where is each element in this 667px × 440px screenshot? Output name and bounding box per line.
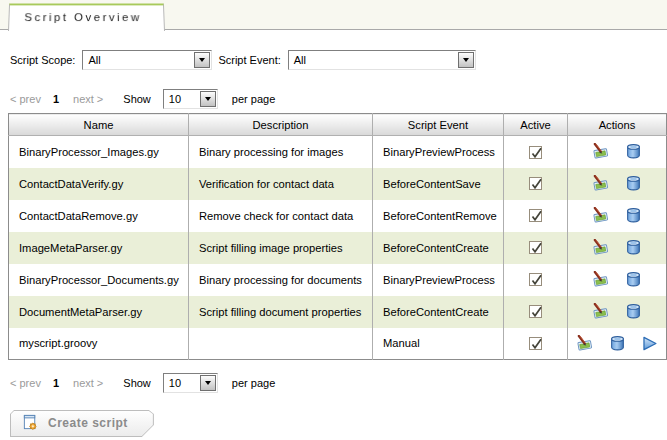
script-event-cell: Manual [373, 328, 504, 360]
script-event-label: Script Event: [218, 54, 280, 66]
script-actions-cell [568, 328, 667, 360]
script-active-cell [504, 328, 568, 360]
script-table-body: BinaryProcessor_Images.gy Binary process… [9, 136, 667, 360]
script-active-cell [504, 168, 568, 200]
create-script-button[interactable]: Create script [10, 410, 154, 437]
active-checkbox[interactable] [529, 305, 542, 318]
page-size-select[interactable]: 10 [163, 89, 218, 109]
table-header-row: Name Description Script Event Active Act… [9, 114, 667, 136]
delete-icon[interactable] [625, 239, 642, 256]
script-scope-value: All [84, 54, 194, 66]
script-event-cell: BeforeContentCreate [373, 296, 504, 328]
tab-label: Script Overview [24, 11, 142, 23]
column-header-description: Description [189, 114, 373, 136]
script-active-cell [504, 296, 568, 328]
per-page-label: per page [232, 93, 275, 105]
edit-icon[interactable] [592, 239, 609, 256]
chevron-down-icon [458, 52, 474, 68]
script-actions-cell [568, 232, 667, 264]
script-name-cell: ContactDataVerify.gy [9, 168, 189, 200]
script-active-cell [504, 200, 568, 232]
script-description-cell: Binary processing for documents [189, 264, 373, 296]
filter-bar: Script Scope: All Script Event: All [10, 49, 476, 70]
script-scope-label: Script Scope: [10, 54, 75, 66]
active-checkbox[interactable] [529, 146, 542, 159]
table-row: myscript.groovy Manual [9, 328, 667, 360]
delete-icon[interactable] [625, 207, 642, 224]
script-event-value: All [290, 54, 458, 66]
script-name-cell: BinaryProcessor_Documents.gy [9, 264, 189, 296]
pagination-bottom: < prev 1 next > Show 10 per page [10, 372, 275, 393]
delete-icon[interactable] [625, 271, 642, 288]
script-event-cell: BeforeContentRemove [373, 200, 504, 232]
script-event-cell: BinaryPreviewProcess [373, 136, 504, 168]
script-actions-cell [568, 264, 667, 296]
active-checkbox[interactable] [529, 177, 542, 190]
table-row: ImageMetaParser.gy Script filling image … [9, 232, 667, 264]
table-row: BinaryProcessor_Documents.gy Binary proc… [9, 264, 667, 296]
table-row: BinaryProcessor_Images.gy Binary process… [9, 136, 667, 168]
chevron-down-icon [200, 91, 216, 107]
script-actions-cell [568, 168, 667, 200]
prev-page-link[interactable]: < prev [10, 93, 41, 105]
script-description-cell: Binary processing for images [189, 136, 373, 168]
edit-icon[interactable] [592, 143, 609, 160]
create-script-label: Create script [48, 416, 128, 430]
page-size-value: 10 [165, 93, 200, 105]
tab-script-overview[interactable]: Script Overview [8, 3, 165, 31]
edit-icon[interactable] [576, 335, 593, 352]
tab-bar: Script Overview [0, 0, 667, 30]
script-table: Name Description Script Event Active Act… [8, 113, 667, 360]
script-name-cell: ImageMetaParser.gy [9, 232, 189, 264]
script-name-cell: BinaryProcessor_Images.gy [9, 136, 189, 168]
script-name-cell: DocumentMetaParser.gy [9, 296, 189, 328]
pagination-top: < prev 1 next > Show 10 per page [10, 88, 275, 109]
active-checkbox[interactable] [529, 241, 542, 254]
delete-icon[interactable] [625, 175, 642, 192]
chevron-down-icon [200, 375, 216, 391]
active-checkbox[interactable] [529, 337, 542, 350]
table-row: ContactDataRemove.gy Remove check for co… [9, 200, 667, 232]
page-size-select[interactable]: 10 [163, 373, 218, 393]
script-event-cell: BeforeContentSave [373, 168, 504, 200]
delete-icon[interactable] [609, 335, 626, 352]
script-description-cell: Remove check for contact data [189, 200, 373, 232]
next-page-link[interactable]: next > [73, 377, 103, 389]
script-active-cell [504, 232, 568, 264]
delete-icon[interactable] [625, 143, 642, 160]
run-icon[interactable] [641, 335, 658, 352]
script-event-cell: BinaryPreviewProcess [373, 264, 504, 296]
active-checkbox[interactable] [529, 273, 542, 286]
script-active-cell [504, 264, 568, 296]
script-actions-cell [568, 136, 667, 168]
column-header-name: Name [9, 114, 189, 136]
column-header-actions: Actions [568, 114, 667, 136]
edit-icon[interactable] [592, 207, 609, 224]
script-description-cell [189, 328, 373, 360]
prev-page-link[interactable]: < prev [10, 377, 41, 389]
script-actions-cell [568, 296, 667, 328]
script-scope-select[interactable]: All [82, 50, 212, 70]
next-page-link[interactable]: next > [73, 93, 103, 105]
table-row: ContactDataVerify.gy Verification for co… [9, 168, 667, 200]
edit-icon[interactable] [592, 271, 609, 288]
current-page-number[interactable]: 1 [53, 93, 59, 105]
new-script-icon [22, 414, 39, 431]
edit-icon[interactable] [592, 303, 609, 320]
show-label: Show [123, 93, 151, 105]
column-header-script-event: Script Event [373, 114, 504, 136]
page-size-value: 10 [165, 377, 200, 389]
script-name-cell: ContactDataRemove.gy [9, 200, 189, 232]
per-page-label: per page [232, 377, 275, 389]
script-actions-cell [568, 200, 667, 232]
current-page-number[interactable]: 1 [53, 377, 59, 389]
script-event-cell: BeforeContentCreate [373, 232, 504, 264]
edit-icon[interactable] [592, 175, 609, 192]
active-checkbox[interactable] [529, 209, 542, 222]
script-description-cell: Script filling document properties [189, 296, 373, 328]
chevron-down-icon [194, 52, 210, 68]
delete-icon[interactable] [625, 303, 642, 320]
script-description-cell: Verification for contact data [189, 168, 373, 200]
script-event-select[interactable]: All [288, 50, 476, 70]
script-description-cell: Script filling image properties [189, 232, 373, 264]
